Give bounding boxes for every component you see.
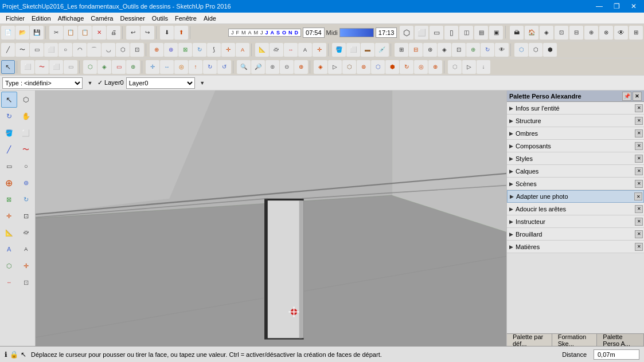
offset-tool[interactable]: ⊡ <box>130 43 144 57</box>
close-button[interactable]: ✕ <box>626 1 642 11</box>
arc2-tool[interactable]: ⌒ <box>87 43 101 57</box>
undo-button[interactable]: ↩ <box>126 26 140 40</box>
follow-me-tool[interactable]: ⊛ <box>164 43 178 57</box>
lt-eraser[interactable]: ⬜ <box>18 125 34 141</box>
panel-item-infos[interactable]: ▶ Infos sur l'entité ✕ <box>507 102 644 115</box>
menu-affichage[interactable]: Affichage <box>54 14 88 23</box>
close-brouillard[interactable]: ✕ <box>635 230 643 238</box>
arc-tool[interactable]: ◠ <box>73 43 87 57</box>
print-button[interactable]: 🖨 <box>107 26 120 40</box>
extra2-tool[interactable]: ▷ <box>462 60 476 74</box>
view-iso-btn[interactable]: ⬡ <box>400 26 413 40</box>
lt-orbit[interactable]: ↻ <box>1 108 17 124</box>
lasso-select-tool[interactable]: 〜 <box>35 60 49 74</box>
lt-section[interactable]: ⬡ <box>1 258 17 274</box>
panel-item-ombres[interactable]: ▶ Ombres ✕ <box>507 127 644 140</box>
solid-tool[interactable]: ◈ <box>438 43 451 57</box>
eraser3-tool[interactable]: ▭ <box>64 60 77 74</box>
lt-hand[interactable]: ✋ <box>18 108 34 124</box>
lt-measure[interactable]: 📐 <box>1 225 17 241</box>
close-structure[interactable]: ✕ <box>635 117 643 125</box>
render9-tool[interactable]: ⊕ <box>428 60 442 74</box>
lt-text[interactable]: A <box>1 241 17 257</box>
extra1-tool[interactable]: ⬡ <box>448 60 462 74</box>
menu-outils[interactable]: Outils <box>149 14 171 23</box>
close-infos[interactable]: ✕ <box>635 104 643 112</box>
layer-select[interactable]: Layer0 <box>126 77 195 89</box>
render7-tool[interactable]: ↻ <box>400 60 413 74</box>
material-tool[interactable]: 🪣 <box>332 43 346 57</box>
axis-tool[interactable]: ✛ <box>313 43 326 57</box>
viewport[interactable] <box>36 91 506 346</box>
zoom4-tool[interactable]: ⊖ <box>280 60 294 74</box>
panel-close-btn[interactable]: ✕ <box>633 92 642 101</box>
lt-follow[interactable]: ⊛ <box>18 175 34 191</box>
dim-tool[interactable]: ↔ <box>284 43 298 57</box>
minimize-button[interactable]: — <box>591 1 607 11</box>
camera-btn9[interactable]: ⊞ <box>629 26 643 40</box>
view-back-btn[interactable]: ◫ <box>459 26 473 40</box>
menu-fenetre[interactable]: Fenêtre <box>171 14 200 23</box>
type-select[interactable]: Type : <indéfini> <box>2 77 83 89</box>
panel-item-adapter-photo[interactable]: ▶ Adapter une photo ✕ <box>507 190 644 203</box>
camera-btn6[interactable]: ⊕ <box>584 26 598 40</box>
camera-btn7[interactable]: ⊗ <box>599 26 613 40</box>
lt-push-pull[interactable]: ⊕ <box>1 175 17 191</box>
camera-btn1[interactable]: 🏔 <box>510 26 524 40</box>
camera-btn8[interactable]: 👁 <box>614 26 628 40</box>
zoom2-tool[interactable]: 🔎 <box>251 60 265 74</box>
export-button[interactable]: ⬆ <box>174 26 188 40</box>
time-start[interactable]: 07:54 <box>303 27 325 38</box>
close-matieres[interactable]: ✕ <box>635 243 643 251</box>
save-button[interactable]: 💾 <box>30 26 44 40</box>
eraser2-tool[interactable]: ⬜ <box>49 60 63 74</box>
camera-btn5[interactable]: ⊟ <box>569 26 583 40</box>
eraser-tool[interactable]: ⬜ <box>346 43 360 57</box>
view-front-btn[interactable]: ▭ <box>430 26 443 40</box>
paste-button[interactable]: 📋 <box>78 26 92 40</box>
arc3-tool[interactable]: ◡ <box>102 43 115 57</box>
panel-pin-btn[interactable]: 📌 <box>622 92 631 101</box>
redo-button[interactable]: ↪ <box>140 26 154 40</box>
view-right-btn[interactable]: ▯ <box>444 26 458 40</box>
lt-extra[interactable]: ⊡ <box>18 274 34 290</box>
section-tool[interactable]: ⬡ <box>83 60 97 74</box>
lt-curve[interactable]: 〜 <box>18 141 34 158</box>
maximize-button[interactable]: ❐ <box>608 1 625 11</box>
sample-tool[interactable]: 💉 <box>375 43 389 57</box>
lt-scale[interactable]: ⊠ <box>1 191 17 207</box>
text-tool[interactable]: A <box>298 43 312 57</box>
panel-item-instructeur[interactable]: ▶ Instructeur ✕ <box>507 215 644 228</box>
close-composants[interactable]: ✕ <box>635 142 643 150</box>
nav5-tool[interactable]: ↻ <box>203 60 217 74</box>
nav4-tool[interactable]: ↑ <box>189 60 202 74</box>
view-top-btn[interactable]: ⬜ <box>415 26 428 40</box>
copy-button[interactable]: 📋 <box>64 26 77 40</box>
push-pull-tool[interactable]: ⊕ <box>150 43 163 57</box>
lt-select[interactable]: ↖ <box>1 92 17 108</box>
nav3-tool[interactable]: ◎ <box>174 60 188 74</box>
close-calques[interactable]: ✕ <box>635 167 643 175</box>
panel-item-structure[interactable]: ▶ Structure ✕ <box>507 115 644 127</box>
render6-tool[interactable]: ⬢ <box>385 60 399 74</box>
panel-item-scenes[interactable]: ▶ Scènes ✕ <box>507 178 644 190</box>
section3-tool[interactable]: ▭ <box>112 60 126 74</box>
lt-move[interactable]: ✛ <box>1 208 17 224</box>
rotate-tool[interactable]: ↻ <box>193 43 206 57</box>
lt-axis[interactable]: ✛ <box>18 258 34 274</box>
lt-material[interactable]: 🪣 <box>1 125 17 141</box>
move-tool[interactable]: ✛ <box>221 43 235 57</box>
cut-button[interactable]: ✂ <box>49 26 63 40</box>
render-tool[interactable]: ◈ <box>314 60 327 74</box>
panel-item-composants[interactable]: ▶ Composants ✕ <box>507 140 644 152</box>
tab-formation[interactable]: Formation Ske... <box>552 334 598 346</box>
section2-tool[interactable]: ◈ <box>97 60 111 74</box>
tab-perso[interactable]: Palette Perso A... <box>597 334 644 346</box>
line-tool[interactable]: ╱ <box>1 43 15 57</box>
close-styles[interactable]: ✕ <box>635 155 643 163</box>
polygon-tool[interactable]: ⬡ <box>116 43 130 57</box>
3d-text-tool[interactable]: A <box>236 43 249 57</box>
time-end[interactable]: 17:13 <box>376 27 397 38</box>
scale-tool[interactable]: ⊠ <box>178 43 192 57</box>
render4-tool[interactable]: ⊛ <box>357 60 370 74</box>
